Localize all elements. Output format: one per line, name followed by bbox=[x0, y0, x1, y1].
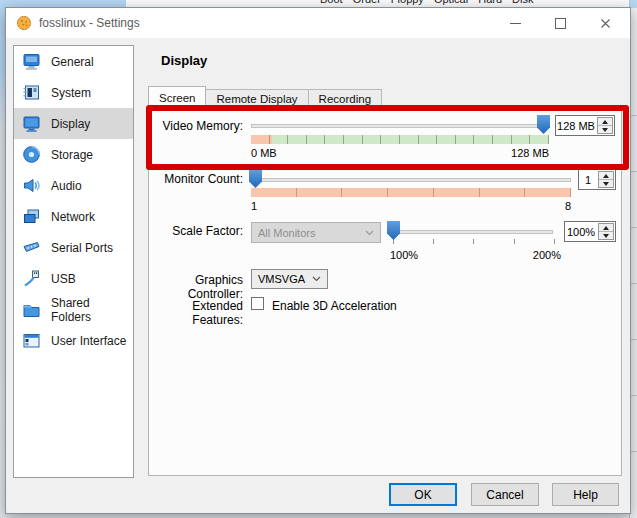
monitor-count-spin-up[interactable] bbox=[599, 172, 613, 180]
monitor-count-slider[interactable] bbox=[251, 178, 571, 182]
sidebar-item-usb[interactable]: USB bbox=[14, 263, 133, 294]
scale-factor-spin-up[interactable] bbox=[599, 224, 613, 232]
network-adapters-icon bbox=[21, 206, 42, 227]
sidebar-item-serial-ports[interactable]: Serial Ports bbox=[14, 232, 133, 263]
scale-factor-slider[interactable] bbox=[390, 230, 553, 234]
sidebar-item-label: Storage bbox=[51, 148, 93, 162]
tab-remote-display[interactable]: Remote Display bbox=[206, 89, 308, 109]
sidebar-item-display[interactable]: Display bbox=[14, 108, 133, 139]
monitor-count-ticks bbox=[251, 188, 571, 197]
sidebar-item-label: Display bbox=[51, 117, 90, 131]
monitor-count-scale-strip bbox=[251, 188, 571, 197]
monitor-count-value[interactable]: 1 bbox=[579, 170, 597, 189]
audio-speaker-icon bbox=[21, 175, 42, 196]
video-memory-value[interactable]: 128 MB bbox=[556, 116, 596, 135]
scale-factor-spin-down[interactable] bbox=[599, 232, 613, 239]
video-memory-min-label: 0 MB bbox=[251, 147, 277, 159]
help-button[interactable]: Help bbox=[552, 483, 619, 506]
scale-factor-max-label: 200% bbox=[486, 249, 561, 261]
background-right-blue-corner bbox=[630, 0, 637, 8]
video-memory-scale-strip bbox=[251, 135, 549, 144]
minimize-icon[interactable] bbox=[493, 8, 538, 38]
display-tab-bar: Screen Remote Display Recording bbox=[148, 86, 382, 109]
video-memory-spinbox[interactable]: 128 MB bbox=[555, 115, 615, 136]
page-title: Display bbox=[161, 53, 207, 68]
sidebar-item-label: Serial Ports bbox=[51, 241, 113, 255]
sidebar-item-label: User Interface bbox=[51, 334, 126, 348]
ok-button[interactable]: OK bbox=[389, 483, 457, 506]
extended-features-label: Extended Features: bbox=[143, 299, 243, 327]
close-icon[interactable] bbox=[583, 8, 628, 38]
video-memory-slider[interactable] bbox=[251, 124, 549, 128]
scale-factor-ticks bbox=[393, 239, 555, 244]
sidebar-item-storage[interactable]: Storage bbox=[14, 139, 133, 170]
sidebar-item-network[interactable]: Network bbox=[14, 201, 133, 232]
sidebar-item-label: Network bbox=[51, 210, 95, 224]
maximize-icon[interactable] bbox=[538, 8, 583, 38]
general-monitor-icon bbox=[21, 51, 42, 72]
enable-3d-acceleration-label: Enable 3D Acceleration bbox=[272, 299, 397, 313]
sidebar-item-label: Shared Folders bbox=[51, 296, 133, 324]
title-bar[interactable]: fosslinux - Settings bbox=[6, 8, 630, 38]
sidebar-item-audio[interactable]: Audio bbox=[14, 170, 133, 201]
cancel-button[interactable]: Cancel bbox=[471, 483, 539, 506]
sidebar-item-general[interactable]: General bbox=[14, 46, 133, 77]
user-interface-window-icon bbox=[21, 330, 42, 351]
video-memory-ticks bbox=[251, 135, 549, 144]
scale-factor-min-label: 100% bbox=[390, 249, 418, 261]
window-title: fosslinux - Settings bbox=[39, 8, 140, 38]
shared-folder-icon bbox=[21, 299, 42, 320]
sidebar-item-label: System bbox=[51, 86, 91, 100]
scale-factor-spinbox[interactable]: 100% bbox=[564, 221, 616, 242]
scale-factor-monitor-select: All Monitors bbox=[251, 222, 381, 243]
sidebar-item-label: Audio bbox=[51, 179, 82, 193]
monitor-count-spinbox[interactable]: 1 bbox=[578, 169, 616, 190]
video-memory-label: Video Memory: bbox=[143, 119, 243, 133]
sidebar-item-label: General bbox=[51, 55, 94, 69]
scale-factor-label: Scale Factor: bbox=[143, 224, 243, 238]
background-clipped-text: Boot Order Floppy Optical Hard Disk bbox=[320, 0, 629, 5]
scale-factor-value[interactable]: 100% bbox=[565, 222, 597, 241]
storage-disk-icon bbox=[21, 144, 42, 165]
monitor-count-label: Monitor Count: bbox=[143, 172, 243, 186]
settings-dialog: fosslinux - Settings General System Disp… bbox=[5, 7, 631, 514]
tab-recording[interactable]: Recording bbox=[309, 89, 382, 109]
chevron-down-icon bbox=[312, 276, 321, 282]
sidebar-item-label: USB bbox=[51, 272, 76, 286]
system-chip-icon bbox=[21, 82, 42, 103]
fosslinux-vm-icon bbox=[16, 15, 32, 31]
chevron-down-icon bbox=[365, 230, 374, 236]
serial-port-icon bbox=[21, 237, 42, 258]
sidebar-item-shared-folders[interactable]: Shared Folders bbox=[14, 294, 133, 325]
enable-3d-acceleration-checkbox[interactable] bbox=[251, 297, 264, 310]
display-monitor-icon bbox=[21, 113, 42, 134]
video-memory-spin-up[interactable] bbox=[598, 118, 612, 126]
settings-category-list: General System Display Storage Audio Net… bbox=[13, 45, 134, 478]
video-memory-spin-down[interactable] bbox=[598, 126, 612, 133]
usb-plug-icon bbox=[21, 268, 42, 289]
graphics-controller-label: Graphics Controller: bbox=[143, 273, 243, 301]
monitor-count-max-label: 8 bbox=[496, 200, 571, 212]
video-memory-max-label: 128 MB bbox=[474, 147, 549, 159]
monitor-count-min-label: 1 bbox=[251, 200, 257, 212]
graphics-controller-select[interactable]: VMSVGA bbox=[251, 269, 328, 289]
sidebar-item-user-interface[interactable]: User Interface bbox=[14, 325, 133, 356]
monitor-count-spin-down[interactable] bbox=[599, 180, 613, 187]
tab-screen[interactable]: Screen bbox=[148, 86, 206, 109]
sidebar-item-system[interactable]: System bbox=[14, 77, 133, 108]
